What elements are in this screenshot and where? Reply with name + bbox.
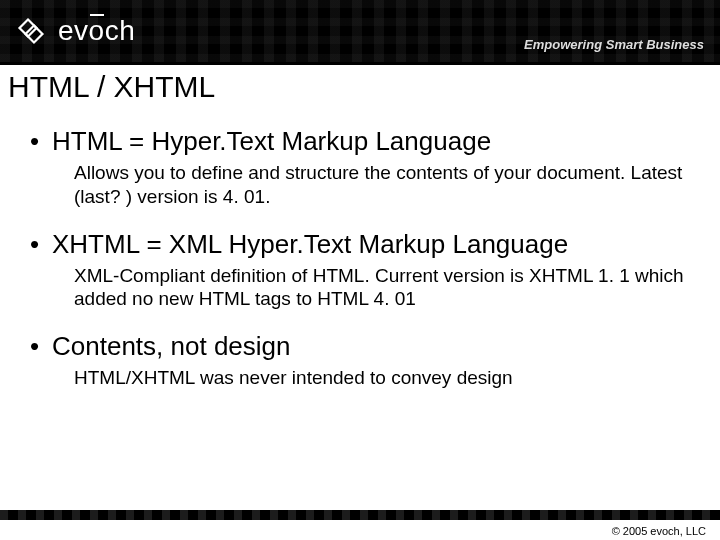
bullet-description: HTML/XHTML was never intended to convey …	[30, 366, 712, 390]
footer-divider	[0, 510, 720, 520]
bullet-dot-icon: •	[30, 229, 52, 260]
svg-rect-1	[26, 26, 43, 43]
brand-name: evoch	[58, 15, 135, 47]
bullet-dot-icon: •	[30, 126, 52, 157]
svg-rect-0	[20, 20, 37, 37]
bullet-item: • XHTML = XML Hyper.Text Markup Language…	[8, 229, 712, 312]
header-divider	[0, 62, 720, 65]
slide-content: HTML / XHTML • HTML = Hyper.Text Markup …	[0, 62, 720, 390]
bullet-item: • Contents, not design HTML/XHTML was ne…	[8, 331, 712, 390]
copyright-text: © 2005 evoch, LLC	[612, 525, 706, 537]
brand-logo: evoch	[0, 12, 135, 50]
bullet-heading-text: Contents, not design	[52, 331, 291, 362]
bullet-item: • HTML = Hyper.Text Markup Language Allo…	[8, 126, 712, 209]
bullet-heading: • HTML = Hyper.Text Markup Language	[30, 126, 712, 157]
bullet-dot-icon: •	[30, 331, 52, 362]
bullet-heading: • Contents, not design	[30, 331, 712, 362]
slide-footer: © 2005 evoch, LLC	[0, 502, 720, 540]
slide-title: HTML / XHTML	[8, 70, 712, 104]
evoch-logo-icon	[12, 12, 50, 50]
bullet-heading-text: HTML = Hyper.Text Markup Language	[52, 126, 491, 157]
slide-header: evoch Empowering Smart Business	[0, 0, 720, 62]
brand-tagline: Empowering Smart Business	[524, 37, 704, 52]
bullet-heading: • XHTML = XML Hyper.Text Markup Language	[30, 229, 712, 260]
bullet-heading-text: XHTML = XML Hyper.Text Markup Language	[52, 229, 568, 260]
bullet-description: Allows you to define and structure the c…	[30, 161, 712, 209]
bullet-description: XML-Compliant definition of HTML. Curren…	[30, 264, 712, 312]
